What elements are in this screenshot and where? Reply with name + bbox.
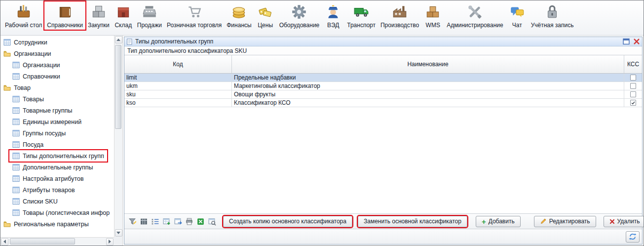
- refresh-button[interactable]: [626, 231, 640, 243]
- sidebar-item-label: Единицы измерений: [23, 119, 81, 125]
- replace-classifier-button[interactable]: Заменить основной классификатор: [358, 216, 467, 227]
- table-icon: [12, 61, 20, 69]
- maximize-button[interactable]: [623, 39, 630, 45]
- table-export-icon[interactable]: [173, 216, 183, 226]
- sidebar-item[interactable]: Организации: [9, 59, 63, 71]
- sidebar-item[interactable]: Посуда: [9, 139, 46, 150]
- table-icon: [12, 198, 20, 205]
- boxes-icon: [424, 3, 442, 21]
- toolbar-item-label: Рабочий стол: [5, 22, 42, 29]
- copy-classifier-label: Создать копию основного классификатора: [229, 218, 346, 225]
- toolbar-item-label: Финансы: [227, 22, 251, 29]
- kcc-checkbox[interactable]: [630, 75, 636, 81]
- toolbar-item-label: Чат: [512, 22, 522, 29]
- scroll-up-button[interactable]: [115, 36, 122, 43]
- cell-code: kso: [124, 99, 232, 107]
- sidebar-item[interactable]: Сотрудники: [0, 37, 50, 48]
- filter-icon[interactable]: [127, 216, 137, 226]
- kcc-checkbox[interactable]: [630, 83, 636, 89]
- sidebar-item[interactable]: Атрибуты товаров: [9, 184, 78, 196]
- vertical-scroll-thumb[interactable]: [115, 45, 121, 129]
- sidebar-item-label: Товар: [14, 84, 31, 91]
- toolbar-item-tools[interactable]: Администрирование: [444, 1, 505, 30]
- table-row[interactable]: ukmМаркетинговый классификатор: [124, 82, 642, 90]
- toolbar-item-label: Цены: [258, 22, 273, 29]
- sidebar-item-label: Группы посуды: [23, 130, 66, 137]
- sidebar-item[interactable]: Товар: [0, 82, 34, 93]
- sidebar-item[interactable]: Списки SKU: [9, 196, 61, 207]
- toolbar-item-books[interactable]: Справочники: [44, 1, 85, 30]
- toolbar-item-lock[interactable]: Учётная запись: [529, 1, 576, 30]
- column-header-code[interactable]: Код: [124, 55, 232, 73]
- table-row[interactable]: skuОвощи фрукты: [124, 90, 642, 99]
- numbered-list-icon[interactable]: [150, 216, 160, 226]
- toolbar-item-label: Склад: [114, 22, 132, 29]
- sidebar-item[interactable]: Региональные параметры: [0, 218, 92, 230]
- table-settings-icon[interactable]: [207, 216, 217, 226]
- scroll-down-button[interactable]: [115, 229, 122, 237]
- cell-kcc: [624, 82, 642, 90]
- folder-icon: [3, 50, 11, 57]
- toolbar-item-label: Закупки: [88, 22, 110, 29]
- sidebar-item[interactable]: Единицы измерений: [9, 116, 84, 127]
- content-window: Типы дополнительных групп Тип дополнител…: [124, 37, 643, 245]
- sidebar-item[interactable]: Типы дополнительных групп: [9, 150, 107, 162]
- application-window: Рабочий столСправочникиЗакупкиСкладПрода…: [0, 0, 644, 246]
- column-header-name[interactable]: Наименование: [232, 55, 624, 73]
- arrow-right-icon: [109, 240, 111, 244]
- sidebar-item[interactable]: Справочники: [9, 71, 63, 82]
- edit-button[interactable]: Редактировать: [534, 216, 596, 227]
- print-icon[interactable]: [184, 216, 194, 226]
- toolbar-item-coins[interactable]: Финансы: [224, 1, 254, 30]
- toolbar-item-desktop[interactable]: Рабочий стол: [2, 1, 44, 30]
- replace-classifier-label: Заменить основной классификатор: [364, 218, 461, 225]
- cell-code: limit: [124, 74, 232, 82]
- sidebar-item-label: Атрибуты товаров: [23, 187, 75, 194]
- kcc-checkbox[interactable]: [630, 91, 636, 97]
- column-header-kcc[interactable]: КСС: [624, 55, 642, 73]
- toolbar-item-truck[interactable]: Транспорт: [344, 1, 378, 30]
- kcc-checkbox[interactable]: [630, 100, 636, 106]
- sidebar-item[interactable]: Товарные группы: [9, 105, 75, 116]
- toolbar-item-label: Розничная торговля: [167, 22, 222, 29]
- toolbar-item-boxes[interactable]: WMS: [421, 1, 444, 30]
- lock-icon: [543, 3, 561, 21]
- sidebar-item[interactable]: Товары: [9, 93, 47, 105]
- table-add-icon[interactable]: [161, 216, 171, 226]
- sidebar-item[interactable]: Дополнительные группы: [9, 162, 96, 173]
- sidebar-item[interactable]: Товары (логистическая инфор: [9, 207, 113, 218]
- table-row[interactable]: ksoКлассификатор КСО: [124, 99, 642, 107]
- folder-icon: [3, 220, 11, 228]
- sidebar-item[interactable]: Настройка атрибутов: [9, 173, 87, 184]
- cart-icon: [186, 3, 203, 21]
- horizontal-scroll-thumb[interactable]: [10, 238, 75, 245]
- sidebar-item[interactable]: Группы посуды: [9, 127, 69, 139]
- excel-icon[interactable]: [195, 216, 205, 226]
- factory-icon: [391, 3, 409, 21]
- toolbar-item-factory[interactable]: Производство: [378, 1, 421, 30]
- toolbar-item-customs[interactable]: ВЭД: [322, 1, 344, 30]
- scroll-left-button[interactable]: [1, 238, 8, 246]
- toolbar-item-cart[interactable]: Розничная торговля: [164, 1, 224, 30]
- table-icon: [12, 175, 20, 182]
- copy-classifier-button[interactable]: Создать копию основного классификатора: [223, 216, 352, 227]
- toolbar-item-gear[interactable]: Оборудование: [277, 1, 322, 30]
- add-button[interactable]: + Добавить: [476, 216, 521, 227]
- toolbar-item-cash-register[interactable]: Продажи: [135, 1, 164, 30]
- toolbar-item-label: WMS: [426, 22, 440, 29]
- table-icon: [12, 118, 20, 125]
- scroll-right-button[interactable]: [106, 238, 114, 246]
- close-button[interactable]: [633, 39, 640, 45]
- sidebar-item-label: Настройка атрибутов: [23, 175, 84, 182]
- columns-icon[interactable]: [139, 216, 149, 226]
- sidebar-item-label: Товарные группы: [23, 107, 72, 114]
- toolbar-item-purchases[interactable]: Закупки: [85, 1, 112, 30]
- table-row[interactable]: limitПредельные надбавки: [124, 74, 642, 82]
- delete-button[interactable]: Удалить: [604, 216, 644, 227]
- toolbar-item-warehouse[interactable]: Склад: [112, 1, 135, 30]
- arrow-down-icon: [116, 232, 120, 234]
- edit-button-label: Редактировать: [549, 218, 590, 225]
- toolbar-item-tags[interactable]: Цены: [254, 1, 277, 30]
- sidebar-item[interactable]: Организации: [0, 48, 54, 59]
- toolbar-item-chat[interactable]: Чат: [506, 1, 529, 30]
